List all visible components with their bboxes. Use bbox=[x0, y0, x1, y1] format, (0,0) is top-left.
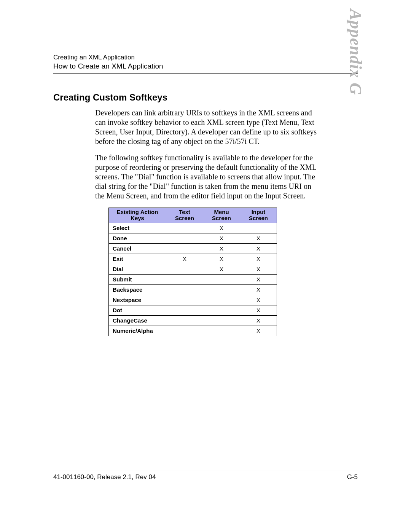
row-label: Dot bbox=[109, 305, 166, 315]
cell bbox=[203, 295, 240, 305]
cell: X bbox=[240, 233, 277, 243]
table-row: ChangeCaseX bbox=[109, 315, 277, 326]
paragraph-1: Developers can link arbitrary URIs to so… bbox=[95, 108, 320, 146]
cell bbox=[166, 326, 203, 336]
row-label: ChangeCase bbox=[109, 315, 166, 326]
row-label: Nextspace bbox=[109, 295, 166, 305]
table-row: SubmitX bbox=[109, 274, 277, 284]
cell: X bbox=[203, 223, 240, 233]
cell bbox=[203, 274, 240, 284]
header-line-1: Creating an XML Application bbox=[53, 53, 358, 62]
cell bbox=[203, 315, 240, 326]
row-label: Select bbox=[109, 223, 166, 233]
section-heading: Creating Custom Softkeys bbox=[53, 92, 358, 103]
cell bbox=[203, 284, 240, 295]
cell bbox=[166, 284, 203, 295]
cell: X bbox=[166, 254, 203, 264]
cell: X bbox=[240, 243, 277, 254]
cell bbox=[240, 223, 277, 233]
page: Creating an XML Application How to Creat… bbox=[0, 0, 411, 532]
cell bbox=[203, 305, 240, 315]
cell bbox=[166, 264, 203, 274]
softkey-table: Existing Action Keys Text Screen Menu Sc… bbox=[108, 208, 277, 336]
cell: X bbox=[240, 274, 277, 284]
table-row: DotX bbox=[109, 305, 277, 315]
cell: X bbox=[203, 264, 240, 274]
cell: X bbox=[240, 264, 277, 274]
footer-right: G-5 bbox=[347, 473, 358, 481]
row-label: Dial bbox=[109, 264, 166, 274]
appendix-watermark: Appendix G bbox=[346, 9, 365, 95]
table-header-text-screen: Text Screen bbox=[166, 208, 203, 223]
footer-left: 41-001160-00, Release 2.1, Rev 04 bbox=[53, 473, 156, 481]
cell: X bbox=[203, 254, 240, 264]
row-label: Exit bbox=[109, 254, 166, 264]
cell: X bbox=[240, 254, 277, 264]
table-row: ExitXXX bbox=[109, 254, 277, 264]
table-header-menu-screen: Menu Screen bbox=[203, 208, 240, 223]
row-label: Numeric/Alpha bbox=[109, 326, 166, 336]
cell: X bbox=[240, 326, 277, 336]
cell bbox=[203, 326, 240, 336]
table-header-action: Existing Action Keys bbox=[109, 208, 166, 223]
cell bbox=[166, 305, 203, 315]
row-label: Submit bbox=[109, 274, 166, 284]
cell: X bbox=[240, 305, 277, 315]
cell: X bbox=[240, 315, 277, 326]
table-row: SelectX bbox=[109, 223, 277, 233]
table-row: NextspaceX bbox=[109, 295, 277, 305]
table-row: CancelXX bbox=[109, 243, 277, 254]
table-header-input-screen: Input Screen bbox=[240, 208, 277, 223]
page-header: Creating an XML Application How to Creat… bbox=[53, 53, 358, 74]
header-line-2: How to Create an XML Application bbox=[53, 62, 358, 71]
cell: X bbox=[240, 284, 277, 295]
page-footer: 41-001160-00, Release 2.1, Rev 04 G-5 bbox=[53, 471, 358, 481]
table-row: Numeric/AlphaX bbox=[109, 326, 277, 336]
cell bbox=[166, 233, 203, 243]
row-label: Done bbox=[109, 233, 166, 243]
cell: X bbox=[240, 295, 277, 305]
table-row: DoneXX bbox=[109, 233, 277, 243]
cell: X bbox=[203, 233, 240, 243]
cell bbox=[166, 295, 203, 305]
table-body: SelectXDoneXXCancelXXExitXXXDialXXSubmit… bbox=[109, 223, 277, 336]
cell bbox=[166, 315, 203, 326]
row-label: Cancel bbox=[109, 243, 166, 254]
table-row: BackspaceX bbox=[109, 284, 277, 295]
cell bbox=[166, 243, 203, 254]
cell: X bbox=[203, 243, 240, 254]
table-header-row: Existing Action Keys Text Screen Menu Sc… bbox=[109, 208, 277, 223]
footer-divider bbox=[53, 471, 358, 471]
header-divider bbox=[53, 73, 358, 74]
paragraph-2: The following softkey functionality is a… bbox=[95, 153, 320, 201]
table-row: DialXX bbox=[109, 264, 277, 274]
content-block: Developers can link arbitrary URIs to so… bbox=[95, 108, 358, 201]
cell bbox=[166, 274, 203, 284]
row-label: Backspace bbox=[109, 284, 166, 295]
cell bbox=[166, 223, 203, 233]
